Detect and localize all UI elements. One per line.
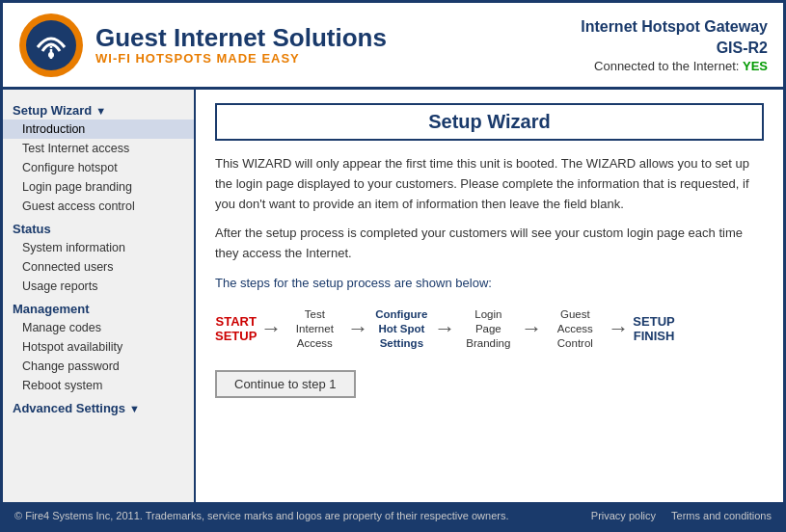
footer-copyright: © Fire4 Systems Inc, 2011. Trademarks, s… xyxy=(14,510,508,521)
arrow1-icon: → xyxy=(260,316,282,341)
sidebar-item-reboot-system[interactable]: Reboot system xyxy=(3,376,194,395)
logo-text: Guest Internet Solutions WI-FI HOTSPOTS … xyxy=(95,24,387,66)
sidebar-item-configure-hotspot[interactable]: Configure hotspot xyxy=(3,158,194,177)
step-start: STARTSETUP xyxy=(215,314,257,344)
sidebar-item-change-password[interactable]: Change password xyxy=(3,357,194,376)
steps-diagram: STARTSETUP → TestInternetAccess → Config… xyxy=(215,307,764,351)
continue-btn-container: Continue to step 1 xyxy=(215,364,764,398)
privacy-policy-link[interactable]: Privacy policy xyxy=(591,510,656,521)
header-right: Internet Hotspot Gateway GIS-R2 Connecte… xyxy=(581,16,768,74)
intro-para1: This WIZARD will only appear the first t… xyxy=(215,154,764,214)
step4: GuestAccessControl xyxy=(546,307,604,351)
arrow4-icon: → xyxy=(521,316,542,341)
device-type: Internet Hotspot Gateway GIS-R2 xyxy=(581,16,768,60)
header: i Guest Internet Solutions WI-FI HOTSPOT… xyxy=(3,3,783,90)
sidebar-item-introduction[interactable]: Introduction xyxy=(3,120,194,139)
content-area: Setup Wizard This WIZARD will only appea… xyxy=(196,90,783,502)
sidebar-section-management: Management xyxy=(3,296,194,318)
status-yes: YES xyxy=(743,59,768,73)
intro-para3: The steps for the setup process are show… xyxy=(215,274,764,294)
main-area: Setup Wizard ▼ Introduction Test Interne… xyxy=(3,90,783,502)
footer-links: Privacy policy Terms and conditions xyxy=(591,510,772,521)
continue-button[interactable]: Continue to step 1 xyxy=(215,370,356,398)
setup-arrow-icon: ▼ xyxy=(95,105,106,117)
connection-status: Connected to the Internet: YES xyxy=(581,59,768,73)
sidebar-item-system-info[interactable]: System information xyxy=(3,238,194,257)
app-window: i Guest Internet Solutions WI-FI HOTSPOT… xyxy=(0,0,786,532)
sidebar-item-manage-codes[interactable]: Manage codes xyxy=(3,318,194,337)
terms-link[interactable]: Terms and conditions xyxy=(671,510,772,521)
step3: LoginPageBranding xyxy=(459,307,517,351)
sidebar-item-hotspot-availability[interactable]: Hotspot availability xyxy=(3,337,194,357)
svg-text:i: i xyxy=(48,43,53,63)
sidebar-item-connected-users[interactable]: Connected users xyxy=(3,257,194,277)
sidebar-item-login-branding[interactable]: Login page branding xyxy=(3,177,194,197)
sidebar-item-test-internet[interactable]: Test Internet access xyxy=(3,139,194,158)
page-title: Setup Wizard xyxy=(215,103,764,141)
logo-tagline: WI-FI HOTSPOTS MADE EASY xyxy=(95,51,387,66)
arrow2-icon: → xyxy=(347,316,368,341)
advanced-arrow-icon: ▼ xyxy=(129,403,140,414)
logo-area: i Guest Internet Solutions WI-FI HOTSPOT… xyxy=(18,13,387,78)
step1: TestInternetAccess xyxy=(285,307,343,351)
sidebar: Setup Wizard ▼ Introduction Test Interne… xyxy=(3,90,196,502)
step2: ConfigureHot SpotSettings xyxy=(372,307,430,351)
step-finish: SETUPFINISH xyxy=(633,314,674,344)
sidebar-section-setup: Setup Wizard ▼ xyxy=(3,97,194,120)
sidebar-section-advanced: Advanced Settings ▼ xyxy=(3,395,194,417)
intro-para2: After the setup process is completed you… xyxy=(215,224,764,264)
logo-icon: i xyxy=(18,13,84,78)
arrow3-icon: → xyxy=(434,316,455,341)
logo-title: Guest Internet Solutions xyxy=(95,24,387,52)
sidebar-item-usage-reports[interactable]: Usage reports xyxy=(3,277,194,296)
footer: © Fire4 Systems Inc, 2011. Trademarks, s… xyxy=(3,502,783,529)
arrow5-icon: → xyxy=(608,316,629,341)
sidebar-item-guest-access[interactable]: Guest access control xyxy=(3,197,194,216)
sidebar-section-status: Status xyxy=(3,216,194,238)
